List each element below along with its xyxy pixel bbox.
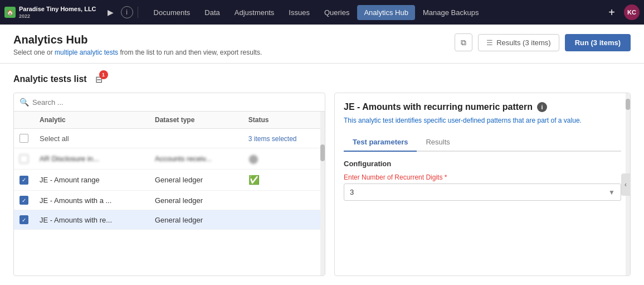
table-scroll-container[interactable]: Analytic Dataset type Status bbox=[14, 112, 325, 276]
collapse-button[interactable]: ‹ bbox=[621, 173, 630, 196]
col-analytic: Analytic bbox=[34, 112, 149, 129]
row-analytic: AR Disclosure in... bbox=[34, 148, 149, 170]
section-title: Analytic tests list bbox=[13, 74, 87, 84]
section-header: Analytic tests list ⊟ 1 bbox=[0, 64, 644, 93]
results-icon: ☰ bbox=[486, 38, 493, 47]
table-row[interactable]: ✓ JE - Amount range General ledger ✅ bbox=[14, 170, 325, 191]
row-status: ⬤ bbox=[243, 148, 325, 170]
row-checkbox-1[interactable]: ✓ bbox=[19, 176, 28, 185]
detail-info-icon[interactable]: i bbox=[537, 102, 547, 112]
page-title: Analytics Hub bbox=[13, 33, 262, 46]
detail-title: JE - Amounts with recurring numeric patt… bbox=[344, 102, 621, 112]
config-label: Configuration bbox=[344, 160, 621, 168]
table-row[interactable]: AR Disclosure in... Accounts receiv... ⬤ bbox=[14, 148, 325, 170]
search-input[interactable] bbox=[32, 98, 319, 107]
nav-links: Documents Data Adjustments Issues Querie… bbox=[147, 5, 602, 20]
row-checkbox-2[interactable]: ✓ bbox=[19, 196, 28, 205]
row-checkbox-3[interactable]: ✓ bbox=[19, 215, 28, 224]
brand-name: Paradise Tiny Homes, LLC bbox=[19, 6, 96, 13]
detail-subtitle: This analytic test identifies specific u… bbox=[344, 115, 621, 125]
brand: 🏠 Paradise Tiny Homes, LLC 2022 bbox=[4, 6, 96, 18]
items-selected: 3 items selected bbox=[248, 135, 297, 143]
nav-queries[interactable]: Queries bbox=[318, 5, 357, 20]
nav-manage-backups[interactable]: Manage Backups bbox=[416, 5, 485, 20]
flag-icon[interactable]: ▶ bbox=[103, 4, 119, 20]
avatar[interactable]: KC bbox=[624, 4, 640, 20]
search-icon: 🔍 bbox=[19, 98, 29, 107]
row-status-2 bbox=[243, 191, 325, 210]
field-value: 3 bbox=[350, 188, 354, 196]
tab-test-parameters[interactable]: Test parameters bbox=[344, 133, 417, 152]
add-button[interactable]: + bbox=[604, 4, 619, 20]
col-checkbox bbox=[14, 112, 34, 129]
brand-year: 2022 bbox=[19, 13, 96, 19]
results-button[interactable]: ☰ Results (3 items) bbox=[478, 34, 559, 51]
col-status: Status bbox=[243, 112, 325, 129]
nav-data[interactable]: Data bbox=[198, 5, 226, 20]
dropdown-arrow-icon: ▼ bbox=[608, 189, 615, 196]
nav-issues[interactable]: Issues bbox=[282, 5, 316, 20]
row-status-1: ✅ bbox=[243, 170, 325, 191]
col-dataset: Dataset type bbox=[149, 112, 243, 129]
row-checkbox[interactable] bbox=[19, 154, 28, 163]
filter-button[interactable]: ⊟ 1 bbox=[91, 71, 107, 87]
table-body: Select all 3 items selected bbox=[14, 129, 325, 230]
field-label: Enter Number of Recurrent Digits * bbox=[344, 173, 621, 181]
status-icon-green: ✅ bbox=[248, 175, 260, 185]
select-all-row[interactable]: Select all 3 items selected bbox=[14, 129, 325, 148]
rp-scrollbar-thumb[interactable] bbox=[626, 99, 630, 110]
topnav: 🏠 Paradise Tiny Homes, LLC 2022 ▶ i Docu… bbox=[0, 0, 644, 25]
brand-icon: 🏠 bbox=[4, 7, 16, 18]
info-icon[interactable]: i bbox=[121, 6, 133, 18]
required-marker: * bbox=[445, 173, 447, 181]
left-panel: 🔍 Analytic Dataset type Status bbox=[13, 93, 325, 276]
search-box: 🔍 bbox=[14, 93, 325, 112]
row-dataset-3: General ledger bbox=[149, 210, 243, 230]
select-all-label: Select all bbox=[40, 134, 69, 143]
page-header: Analytics Hub Select one or multiple ana… bbox=[0, 25, 644, 64]
topnav-right: + KC bbox=[604, 4, 640, 20]
row-analytic-3: JE - Amounts with re... bbox=[34, 210, 149, 230]
row-dataset: Accounts receiv... bbox=[149, 148, 243, 170]
nav-divider bbox=[138, 7, 138, 18]
analytic-table: Analytic Dataset type Status bbox=[14, 112, 325, 230]
main-content: Analytics Hub Select one or multiple ana… bbox=[0, 25, 644, 285]
table-row[interactable]: ✓ JE - Amounts with a ... General ledger bbox=[14, 191, 325, 210]
chevron-left-icon: ‹ bbox=[625, 181, 627, 189]
status-icon-grey: ⬤ bbox=[248, 154, 258, 163]
run-button[interactable]: Run (3 items) bbox=[565, 34, 631, 51]
row-dataset-1: General ledger bbox=[149, 170, 243, 191]
right-panel: JE - Amounts with recurring numeric patt… bbox=[334, 93, 631, 276]
page-header-actions: ⧉ ☰ Results (3 items) Run (3 items) bbox=[455, 33, 631, 51]
results-label: Results (3 items) bbox=[496, 38, 551, 47]
tab-results[interactable]: Results bbox=[417, 133, 458, 152]
nav-analytics-hub[interactable]: Analytics Hub bbox=[357, 5, 414, 20]
filter-badge: 1 bbox=[99, 70, 108, 79]
scrollbar-thumb[interactable] bbox=[320, 144, 325, 161]
select-all-checkbox[interactable] bbox=[19, 134, 28, 143]
field-input-recurrent[interactable]: 3 ▼ bbox=[344, 183, 621, 201]
detail-tabs: Test parameters Results bbox=[344, 133, 621, 152]
row-dataset-2: General ledger bbox=[149, 191, 243, 210]
scrollbar-track[interactable] bbox=[320, 112, 325, 276]
subtitle-link[interactable]: multiple analytic tests bbox=[55, 49, 118, 56]
row-status-3 bbox=[243, 210, 325, 230]
nav-documents[interactable]: Documents bbox=[147, 5, 197, 20]
panels: 🔍 Analytic Dataset type Status bbox=[0, 93, 644, 285]
page-subtitle: Select one or multiple analytic tests fr… bbox=[13, 49, 262, 56]
table-header: Analytic Dataset type Status bbox=[14, 112, 325, 129]
nav-adjustments[interactable]: Adjustments bbox=[228, 5, 281, 20]
row-analytic-2: JE - Amounts with a ... bbox=[34, 191, 149, 210]
copy-button[interactable]: ⧉ bbox=[455, 33, 472, 51]
table-row-selected[interactable]: ✓ JE - Amounts with re... General ledger bbox=[14, 210, 325, 230]
row-analytic-1: JE - Amount range bbox=[34, 170, 149, 191]
